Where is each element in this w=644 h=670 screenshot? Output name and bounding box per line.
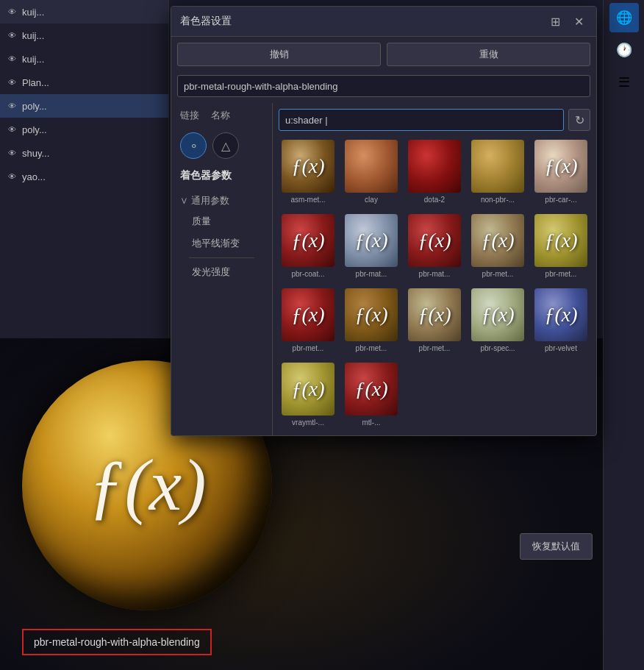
dialog-controls: ⊞ ✕ xyxy=(546,13,587,30)
dialog-title: 着色器设置 xyxy=(180,15,232,28)
sidebar-item-0[interactable]: 👁 kuij... xyxy=(0,0,168,24)
shader-label-pbr-met5: pbr-met... xyxy=(419,344,451,352)
sidebar-item-1[interactable]: 👁 kuij... xyxy=(0,24,168,47)
shader-thumb-pbr-met1: ƒ(x) xyxy=(471,214,524,267)
param-quality[interactable]: 质量 xyxy=(180,210,263,232)
dialog-left-panel: 链接 名称 ⚬ △ 着色器参数 ∨ 通用参数 质量 地平线渐变 发光强度 xyxy=(171,103,273,435)
shader-item-non-pbr[interactable]: non-pbr-... xyxy=(468,137,527,207)
dialog-right-panel: ↻ ƒ(x)asm-met...claydota-2non-pbr-...ƒ(x… xyxy=(273,103,596,435)
shader-thumb-pbr-mat2: ƒ(x) xyxy=(408,214,461,267)
redo-button[interactable]: 重做 xyxy=(387,43,590,66)
param-emission-intensity[interactable]: 发光强度 xyxy=(180,261,263,283)
shader-grid: ƒ(x)asm-met...claydota-2non-pbr-...ƒ(x)p… xyxy=(279,137,590,430)
collapse-icon: ∨ xyxy=(180,195,191,206)
shader-label-pbr-mat1: pbr-mat... xyxy=(356,270,387,278)
visibility-icon-2[interactable]: 👁 xyxy=(6,53,18,65)
shader-thumb-pbr-met4: ƒ(x) xyxy=(345,288,398,341)
shader-label-pbr-met4: pbr-met... xyxy=(356,344,387,352)
visibility-icon-1[interactable]: 👁 xyxy=(6,29,18,41)
shader-thumb-pbr-spec: ƒ(x) xyxy=(471,288,524,341)
shader-label-pbr-velvet: pbr-velvet xyxy=(545,344,577,352)
shader-thumb-dota-2 xyxy=(408,140,461,193)
shader-search-input[interactable] xyxy=(279,109,564,131)
close-button[interactable]: ✕ xyxy=(570,13,587,30)
shader-params-title: 着色器参数 xyxy=(171,163,272,188)
shader-name-input[interactable] xyxy=(177,75,590,97)
shader-label-pbr-spec: pbr-spec... xyxy=(480,344,515,352)
general-params: ∨ 通用参数 质量 地平线渐变 发光强度 xyxy=(171,188,272,286)
restore-default-button[interactable]: 恢复默认值 xyxy=(520,533,593,560)
triangle-icon[interactable]: △ xyxy=(212,132,239,159)
name-tab[interactable]: 名称 xyxy=(211,109,230,122)
shader-item-pbr-met4[interactable]: ƒ(x)pbr-met... xyxy=(342,285,401,355)
shader-item-pbr-mat1[interactable]: ƒ(x)pbr-mat... xyxy=(342,211,401,281)
shader-label-asm-met: asm-met... xyxy=(290,196,325,204)
dialog-body: 链接 名称 ⚬ △ 着色器参数 ∨ 通用参数 质量 地平线渐变 发光强度 xyxy=(171,103,596,435)
shader-thumb-vray: ƒ(x) xyxy=(282,363,334,416)
shader-dialog: 着色器设置 ⊞ ✕ 撤销 重做 链接 名称 ⚬ △ 着色器参数 xyxy=(171,6,597,436)
shader-item-asm-met[interactable]: ƒ(x)asm-met... xyxy=(279,137,337,207)
shader-item-pbr-mat2[interactable]: ƒ(x)pbr-mat... xyxy=(405,211,464,281)
dialog-titlebar: 着色器设置 ⊞ ✕ xyxy=(171,7,596,37)
shader-item-pbr-met3[interactable]: ƒ(x)pbr-met... xyxy=(279,285,337,355)
history-icon[interactable]: 🕐 xyxy=(609,35,639,65)
shader-label-pbr-met1: pbr-met... xyxy=(482,270,514,278)
general-params-title[interactable]: ∨ 通用参数 xyxy=(180,191,263,210)
refresh-button[interactable]: ↻ xyxy=(568,109,590,131)
shader-label-vray: vraymtl-... xyxy=(292,418,324,427)
shader-thumb-pbr-coat: ƒ(x) xyxy=(282,214,334,267)
shader-item-pbr-met1[interactable]: ƒ(x)pbr-met... xyxy=(468,211,527,281)
sidebar-item-7[interactable]: 👁 yao... xyxy=(0,165,168,188)
shader-thumb-pbr-met3: ƒ(x) xyxy=(282,288,334,341)
sidebar-item-5[interactable]: 👁 poly... xyxy=(0,118,168,141)
visibility-icon-4[interactable]: 👁 xyxy=(6,100,18,112)
shader-thumb-asm-met: ƒ(x) xyxy=(282,140,334,193)
visibility-icon-5[interactable]: 👁 xyxy=(6,124,18,135)
shader-item-pbr-spec[interactable]: ƒ(x)pbr-spec... xyxy=(468,285,527,355)
shader-item-pbr-coat[interactable]: ƒ(x)pbr-coat... xyxy=(279,211,337,281)
shader-label-pbr-car: pbr-car-... xyxy=(545,196,576,204)
visibility-icon-6[interactable]: 👁 xyxy=(6,147,18,159)
shader-label-pbr-mat2: pbr-mat... xyxy=(419,270,451,278)
shader-label-pbr-met6: mtl-... xyxy=(362,418,381,427)
shader-item-vray[interactable]: ƒ(x)vraymtl-... xyxy=(279,360,337,430)
shader-thumb-pbr-mat1: ƒ(x) xyxy=(345,214,398,267)
tile-button[interactable]: ⊞ xyxy=(546,13,564,30)
visibility-icon-3[interactable]: 👁 xyxy=(6,76,18,88)
undo-button[interactable]: 撤销 xyxy=(177,43,381,66)
sidebar-item-6[interactable]: 👁 shuy... xyxy=(0,141,168,165)
shader-thumb-pbr-car: ƒ(x) xyxy=(534,140,587,193)
shader-item-pbr-velvet[interactable]: ƒ(x)pbr-velvet xyxy=(532,285,590,355)
shader-label-non-pbr: non-pbr-... xyxy=(481,196,515,204)
sidebar-item-3[interactable]: 👁 Plan... xyxy=(0,71,168,94)
dialog-actions: 撤销 重做 xyxy=(171,37,596,72)
shader-item-dota-2[interactable]: dota-2 xyxy=(405,137,464,207)
shader-name-row xyxy=(171,72,596,103)
shader-item-pbr-car[interactable]: ƒ(x)pbr-car-... xyxy=(532,137,590,207)
divider xyxy=(189,257,254,258)
right-panel: 🌐 🕐 ☰ xyxy=(603,0,644,670)
sidebar-item-4[interactable]: 👁 poly... xyxy=(0,94,168,118)
shader-label-clay: clay xyxy=(365,196,378,204)
link-name-row: 链接 名称 xyxy=(171,103,272,128)
shader-item-clay[interactable]: clay xyxy=(342,137,401,207)
shader-thumb-pbr-met6: ƒ(x) xyxy=(345,363,398,416)
shader-item-pbr-met2[interactable]: ƒ(x)pbr-met... xyxy=(532,211,590,281)
globe-icon[interactable]: 🌐 xyxy=(609,3,639,32)
shader-thumb-pbr-met2: ƒ(x) xyxy=(534,214,587,267)
shader-label-dota-2: dota-2 xyxy=(424,196,445,204)
shader-item-pbr-met6[interactable]: ƒ(x)mtl-... xyxy=(342,360,401,430)
shader-thumb-non-pbr xyxy=(471,140,524,193)
list-icon[interactable]: ☰ xyxy=(609,68,639,97)
param-horizon-fade[interactable]: 地平线渐变 xyxy=(180,232,263,254)
visibility-icon-0[interactable]: 👁 xyxy=(6,6,18,18)
shader-item-pbr-met5[interactable]: ƒ(x)pbr-met... xyxy=(405,285,464,355)
visibility-icon-7[interactable]: 👁 xyxy=(6,171,18,182)
shader-thumb-pbr-velvet: ƒ(x) xyxy=(534,288,587,341)
sphere-icon[interactable]: ⚬ xyxy=(180,132,207,159)
shader-label-pbr-coat: pbr-coat... xyxy=(291,270,324,278)
link-tab[interactable]: 链接 xyxy=(180,109,199,122)
sidebar-item-2[interactable]: 👁 kuij... xyxy=(0,47,168,71)
shader-label-pbr-met3: pbr-met... xyxy=(293,344,324,352)
search-row: ↻ xyxy=(279,109,590,131)
